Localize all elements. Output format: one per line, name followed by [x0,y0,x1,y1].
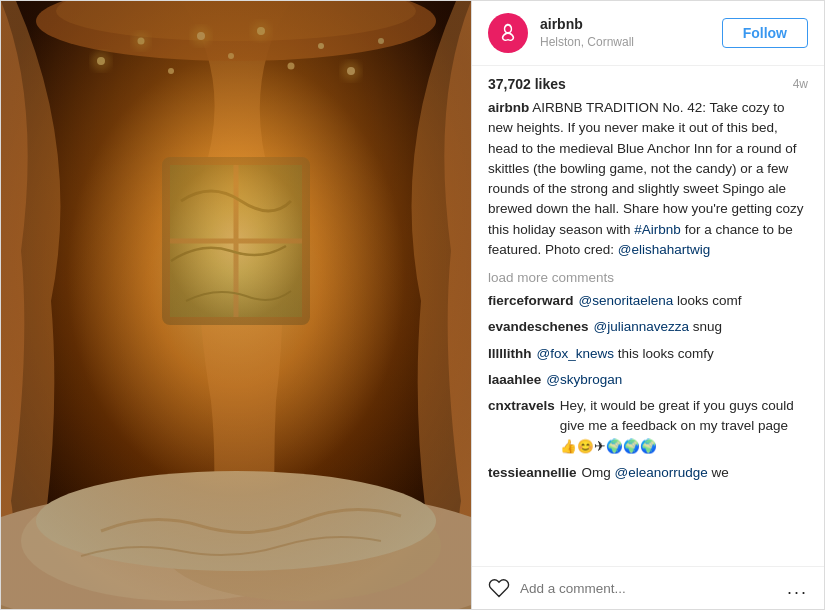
caption: airbnb AIRBNB TRADITION No. 42: Take coz… [472,98,824,268]
comment-mention[interactable]: @juliannavezza [594,319,690,334]
dots-menu[interactable]: ... [787,578,808,599]
list-item: fierceforward @senoritaelena looks comf [488,291,808,311]
comment-mention[interactable]: @senoritaelena [579,293,674,308]
likes-count: 37,702 likes [488,76,566,92]
comment-text: @skybrogan [546,370,622,390]
avatar[interactable] [488,13,528,53]
caption-hashtag[interactable]: #Airbnb [634,222,681,237]
list-item: evandeschenes @juliannavezza snug [488,317,808,337]
comment-text: @juliannavezza snug [594,317,723,337]
comment-text: Omg @eleanorrudge we [582,463,729,483]
comment-mention[interactable]: @eleanorrudge [615,465,708,480]
instagram-card: airbnb Helston, Cornwall Follow 37,702 l… [0,0,825,610]
svg-rect-29 [1,1,471,609]
comment-text: @fox_knews this looks comfy [537,344,714,364]
comment-username[interactable]: cnxtravels [488,396,555,457]
heart-icon [488,577,510,599]
comment-username[interactable]: laaahlee [488,370,541,390]
content-side: airbnb Helston, Cornwall Follow 37,702 l… [471,1,824,609]
card-inner: airbnb Helston, Cornwall Follow 37,702 l… [1,1,824,609]
post-header: airbnb Helston, Cornwall Follow [472,1,824,66]
user-info: airbnb Helston, Cornwall [540,15,722,50]
comment-username[interactable]: tessieannellie [488,463,577,483]
list-item: cnxtravels Hey, it would be great if you… [488,396,808,457]
username[interactable]: airbnb [540,15,722,35]
add-comment-input[interactable] [520,581,787,596]
load-more-comments[interactable]: load more comments [472,268,824,291]
comments-section: fierceforward @senoritaelena looks comfe… [472,291,824,566]
comment-text: Hey, it would be great if you guys could… [560,396,808,457]
comment-username[interactable]: evandeschenes [488,317,589,337]
list-item: tessieannellie Omg @eleanorrudge we [488,463,808,483]
add-comment-row: ... [472,566,824,609]
list-item: lllllithh @fox_knews this looks comfy [488,344,808,364]
caption-mention[interactable]: @elishahartwig [618,242,711,257]
caption-text: AIRBNB TRADITION No. 42: Take cozy to ne… [488,100,804,237]
time-ago: 4w [793,77,808,91]
caption-username[interactable]: airbnb [488,100,529,115]
follow-button[interactable]: Follow [722,18,808,48]
photo-side [1,1,471,609]
comment-text: @senoritaelena looks comf [579,291,742,311]
location: Helston, Cornwall [540,35,722,51]
comment-mention[interactable]: @fox_knews [537,346,615,361]
comment-mention[interactable]: @skybrogan [546,372,622,387]
comment-username[interactable]: lllllithh [488,344,532,364]
comment-username[interactable]: fierceforward [488,291,574,311]
stats-row: 37,702 likes 4w [472,66,824,98]
list-item: laaahlee @skybrogan [488,370,808,390]
